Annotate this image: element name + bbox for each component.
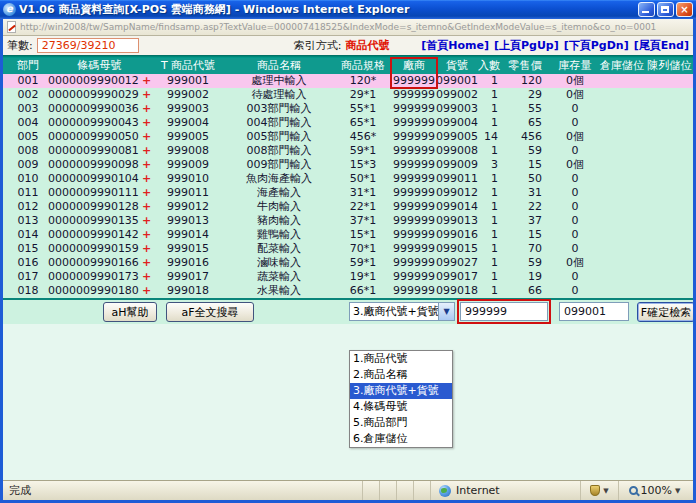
cell-name: 海產輸入 bbox=[224, 186, 334, 200]
table-row[interactable]: 0020000009990029+999002待處理輸入29*199999909… bbox=[3, 88, 693, 102]
plus-mark: + bbox=[142, 214, 151, 227]
cell-warehouse bbox=[598, 256, 646, 270]
ie-logo-icon: e bbox=[3, 3, 16, 16]
record-count-field[interactable]: 27369/39210 bbox=[37, 38, 139, 53]
cell-warehouse bbox=[598, 158, 646, 172]
cell-dept: 008 bbox=[9, 144, 47, 158]
table-row[interactable]: 0040000009990043+999004004部門輸入65*1999999… bbox=[3, 116, 693, 130]
cell-name: 豬肉輸入 bbox=[224, 214, 334, 228]
table-row[interactable]: 0010000009990012+999001處理中輸入120*99999909… bbox=[3, 74, 693, 88]
paging-link[interactable]: [首頁Home] bbox=[421, 38, 489, 53]
column-header-name: 商品名稱 bbox=[224, 58, 334, 74]
zoom-level: 100% bbox=[641, 484, 672, 497]
cell-spec: 66*1 bbox=[334, 284, 392, 298]
paging-link[interactable]: [尾頁End] bbox=[634, 38, 689, 53]
close-button[interactable]: × bbox=[676, 2, 693, 17]
cell-qty: 1 bbox=[478, 214, 508, 228]
cell-dept: 001 bbox=[9, 74, 47, 88]
cell-qty: 1 bbox=[478, 172, 508, 186]
plus-mark: + bbox=[142, 242, 151, 255]
cell-stock: 0 bbox=[552, 214, 598, 228]
url-text[interactable]: http://win2008/tw/SampName/findsamp.asp?… bbox=[20, 22, 656, 32]
dropdown-option[interactable]: 2.商品名稱 bbox=[350, 367, 452, 383]
cell-qty: 1 bbox=[478, 102, 508, 116]
cell-spec: 15*1 bbox=[334, 228, 392, 242]
index-mode-select[interactable]: 3.廠商代號+貨號 ▼ bbox=[349, 302, 455, 321]
cell-vendor: 999999 bbox=[392, 186, 436, 200]
cell-stock: 0 bbox=[552, 284, 598, 298]
table-row[interactable]: 0090000009990098+999009009部門輸入15*3999999… bbox=[3, 158, 693, 172]
fulltext-search-button[interactable]: aF全文搜尋 bbox=[166, 302, 254, 322]
cell-spec: 70*1 bbox=[334, 242, 392, 256]
vendor-code-input[interactable]: 999999 bbox=[460, 302, 548, 321]
cell-stock: 0 bbox=[552, 242, 598, 256]
cell-name: 待處理輸入 bbox=[224, 88, 334, 102]
table-row[interactable]: 0140000009990142+999014雞鴨輸入15*1999999099… bbox=[3, 228, 693, 242]
dropdown-option[interactable]: 1.商品代號 bbox=[350, 351, 452, 367]
cell-price: 15 bbox=[508, 228, 552, 242]
cell-vendor: 999999 bbox=[392, 214, 436, 228]
plus-mark: + bbox=[142, 200, 151, 213]
table-row[interactable]: 0160000009990166+999016滷味輸入59*1999999099… bbox=[3, 256, 693, 270]
table-row[interactable]: 0050000009990050+999005005部門輸入456*999999… bbox=[3, 130, 693, 144]
zoom-control[interactable]: 100% ▼ bbox=[618, 481, 690, 500]
page-content: 筆數: 27369/39210 索引方式: 商品代號 [首頁Home][上頁Pg… bbox=[3, 36, 693, 480]
cell-qty: 1 bbox=[478, 228, 508, 242]
cell-vendor: 999999 bbox=[392, 200, 436, 214]
cell-dept: 003 bbox=[9, 102, 47, 116]
cell-dept: 018 bbox=[9, 284, 47, 298]
cell-spec: 55*1 bbox=[334, 102, 392, 116]
dropdown-option[interactable]: 5.商品部門 bbox=[350, 415, 452, 431]
cell-itemno: 099002 bbox=[436, 88, 478, 102]
cell-warehouse bbox=[598, 172, 646, 186]
cell-code: 999002 bbox=[152, 88, 224, 102]
table-row[interactable]: 0170000009990173+999017蔬菜輸入19*1999999099… bbox=[3, 270, 693, 284]
paging-link[interactable]: [上頁PgUp] bbox=[494, 38, 559, 53]
table-row[interactable]: 0120000009990128+999012牛肉輸入22*1999999099… bbox=[3, 200, 693, 214]
cell-itemno: 099013 bbox=[436, 214, 478, 228]
minimize-button[interactable] bbox=[638, 2, 655, 17]
cell-stock: 0個 bbox=[552, 74, 598, 88]
cell-display bbox=[646, 88, 693, 102]
cell-price: 19 bbox=[508, 270, 552, 284]
paging-links: [首頁Home][上頁PgUp][下頁PgDn][尾頁End] bbox=[421, 38, 689, 53]
cell-name: 005部門輸入 bbox=[224, 130, 334, 144]
confirm-search-button[interactable]: F確定檢索 bbox=[637, 302, 693, 322]
plus-mark: + bbox=[142, 158, 151, 171]
status-segment bbox=[362, 481, 379, 500]
help-button[interactable]: aH幫助 bbox=[103, 302, 157, 322]
cell-warehouse bbox=[598, 284, 646, 298]
cell-itemno: 099016 bbox=[436, 228, 478, 242]
table-row[interactable]: 0080000009990081+999008008部門輸入59*1999999… bbox=[3, 144, 693, 158]
plus-mark: + bbox=[142, 88, 151, 101]
table-row[interactable]: 0150000009990159+999015配菜輸入70*1999999099… bbox=[3, 242, 693, 256]
cell-itemno: 099003 bbox=[436, 102, 478, 116]
cell-display bbox=[646, 256, 693, 270]
dropdown-option[interactable]: 4.條碼母號 bbox=[350, 399, 452, 415]
phishing-filter-control[interactable]: ▼ bbox=[580, 481, 618, 500]
table-row[interactable]: 0180000009990180+999018水果輸入66*1999999099… bbox=[3, 284, 693, 298]
table-row[interactable]: 0110000009990111+999011海產輸入31*1999999099… bbox=[3, 186, 693, 200]
table-row[interactable]: 0030000009990036+999003003部門輸入55*1999999… bbox=[3, 102, 693, 116]
column-header-price: 零售價 bbox=[508, 58, 552, 74]
paging-link[interactable]: [下頁PgDn] bbox=[564, 38, 629, 53]
cell-barcode: 0000009990135+ bbox=[47, 214, 152, 228]
cell-barcode: 0000009990111+ bbox=[47, 186, 152, 200]
chevron-down-icon: ▼ bbox=[603, 487, 608, 495]
status-bar: 完成 Internet ▼ 100% ▼ bbox=[3, 480, 693, 500]
cell-warehouse bbox=[598, 102, 646, 116]
chevron-down-icon: ▼ bbox=[438, 303, 454, 320]
cell-itemno: 099011 bbox=[436, 172, 478, 186]
table-row[interactable]: 0100000009990104+999010魚肉海產輸入50*19999990… bbox=[3, 172, 693, 186]
table-row[interactable]: 0130000009990135+999013豬肉輸入37*1999999099… bbox=[3, 214, 693, 228]
maximize-button[interactable] bbox=[657, 2, 674, 17]
cell-price: 31 bbox=[508, 186, 552, 200]
cell-qty: 1 bbox=[478, 242, 508, 256]
item-number-input[interactable]: 099001 bbox=[559, 302, 629, 321]
cell-display bbox=[646, 284, 693, 298]
status-segment bbox=[396, 481, 413, 500]
dropdown-option[interactable]: 3.廠商代號+貨號 bbox=[350, 383, 452, 399]
page-background bbox=[3, 324, 693, 452]
info-bar: 筆數: 27369/39210 索引方式: 商品代號 [首頁Home][上頁Pg… bbox=[3, 36, 693, 55]
dropdown-option[interactable]: 6.倉庫儲位 bbox=[350, 431, 452, 447]
